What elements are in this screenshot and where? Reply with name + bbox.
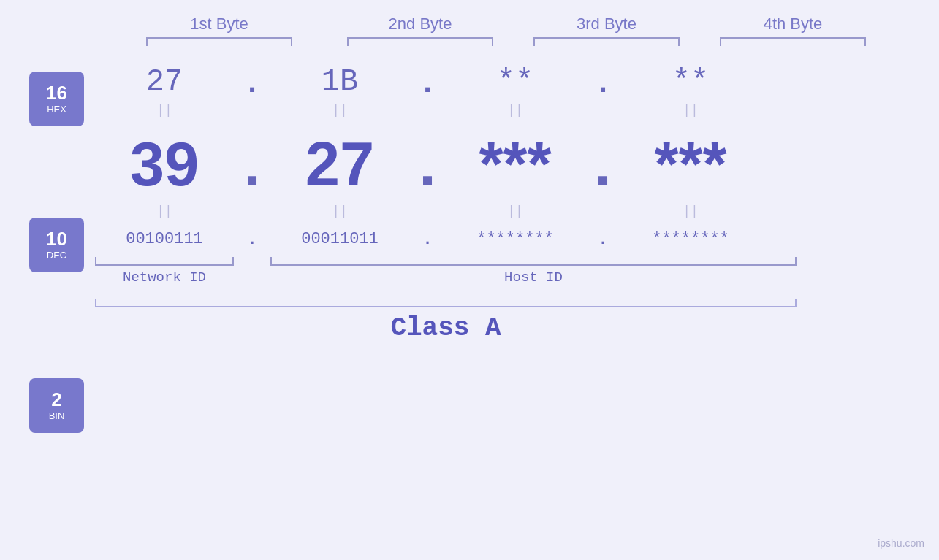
main-container: 1st Byte 2nd Byte 3rd Byte 4th Byte 16 H…: [0, 0, 939, 560]
bin-number: 2: [51, 390, 61, 409]
eq2-b3: ||: [446, 204, 585, 218]
bracket-2: [347, 37, 493, 46]
dec-dot2: .: [409, 130, 446, 199]
dec-row: 39 . 27 . *** . ***: [95, 129, 939, 200]
hex-badge: 16 HEX: [29, 72, 84, 126]
equals-row-2: || || || ||: [95, 204, 939, 218]
hex-name: HEX: [47, 104, 66, 115]
hex-b1: 27: [95, 64, 234, 99]
class-bracket: [95, 299, 797, 307]
hex-dot2: .: [409, 64, 446, 99]
bottom-labels: Network ID Host ID: [95, 269, 939, 285]
dec-b1: 39: [95, 129, 234, 200]
hex-b2: 1B: [270, 64, 409, 99]
bracket-3: [533, 37, 680, 46]
dec-name: DEC: [47, 250, 66, 261]
eq1-b2: ||: [270, 103, 409, 118]
dec-b2: 27: [270, 129, 409, 200]
top-brackets: [0, 37, 939, 46]
eq2-b1: ||: [95, 204, 234, 218]
bin-badge: 2 BIN: [29, 378, 84, 433]
hex-row: 27 . 1B . ** . **: [95, 64, 939, 99]
hex-number: 16: [46, 83, 67, 102]
bottom-bracket-container: [95, 257, 939, 266]
eq1-b3: ||: [446, 103, 585, 118]
eq2-b2: ||: [270, 204, 409, 218]
eq1-b4: ||: [621, 103, 760, 118]
eq1-b1: ||: [95, 103, 234, 118]
host-bracket: [270, 257, 797, 266]
bracket-4: [720, 37, 866, 46]
dec-b4: ***: [621, 129, 760, 200]
bin-row: 00100111 . 00011011 . ******** . *******…: [95, 229, 939, 248]
values-section: 27 . 1B . ** . ** || || || || 39: [95, 57, 939, 433]
bin-dot2: .: [409, 229, 446, 248]
eq2-b4: ||: [621, 204, 760, 218]
dec-dot1: .: [234, 130, 270, 199]
bin-dot3: .: [585, 229, 621, 248]
hex-b4: **: [621, 64, 760, 99]
bin-b3: ********: [446, 230, 585, 248]
equals-row-1: || || || ||: [95, 103, 939, 118]
byte-header-2: 2nd Byte: [340, 15, 501, 34]
bin-dot1: .: [234, 229, 270, 248]
dec-dot3: .: [585, 130, 621, 199]
bracket-1: [146, 37, 292, 46]
bin-name: BIN: [49, 410, 65, 421]
base-labels: 16 HEX 10 DEC 2 BIN: [29, 72, 84, 433]
dec-number: 10: [46, 229, 67, 248]
hex-dot3: .: [585, 64, 621, 99]
content-section: 16 HEX 10 DEC 2 BIN 27 . 1B . ** . **: [0, 57, 939, 433]
host-id-label: Host ID: [270, 269, 797, 285]
hex-dot1: .: [234, 64, 270, 99]
byte-headers: 1st Byte 2nd Byte 3rd Byte 4th Byte: [0, 15, 939, 34]
byte-header-1: 1st Byte: [139, 15, 300, 34]
byte-header-3: 3rd Byte: [526, 15, 687, 34]
dec-badge: 10 DEC: [29, 218, 84, 272]
network-bracket: [95, 257, 234, 266]
bin-b2: 00011011: [270, 230, 409, 248]
hex-b3: **: [446, 64, 585, 99]
dec-b3: ***: [446, 129, 585, 200]
watermark: ipshu.com: [878, 537, 924, 549]
bin-b4: ********: [621, 230, 760, 248]
class-label: Class A: [95, 313, 797, 343]
byte-header-4: 4th Byte: [712, 15, 873, 34]
bin-b1: 00100111: [95, 230, 234, 248]
network-id-label: Network ID: [95, 269, 234, 285]
